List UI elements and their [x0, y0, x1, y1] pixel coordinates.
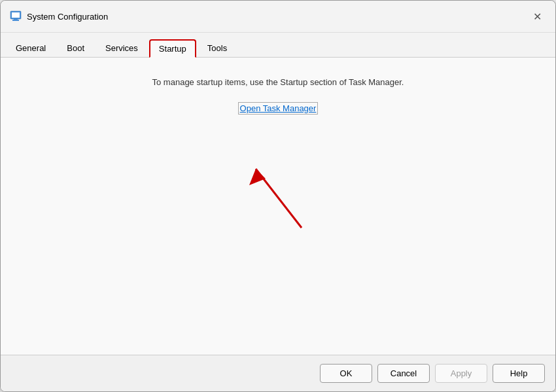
help-button[interactable]: Help — [493, 364, 545, 383]
svg-marker-5 — [249, 169, 266, 185]
link-container: Open Task Manager — [238, 103, 319, 113]
tab-general[interactable]: General — [6, 39, 56, 58]
svg-rect-1 — [12, 12, 20, 18]
open-task-manager-link[interactable]: Open Task Manager — [238, 102, 319, 115]
svg-rect-3 — [14, 19, 18, 20]
apply-button: Apply — [435, 364, 487, 383]
title-bar-left: System Configuration — [10, 10, 108, 22]
system-configuration-window: System Configuration ✕ General Boot Serv… — [0, 0, 556, 392]
content-area: To manage startup items, use the Startup… — [1, 58, 555, 355]
title-bar: System Configuration ✕ — [1, 1, 555, 33]
window-title: System Configuration — [27, 12, 108, 22]
cancel-button[interactable]: Cancel — [377, 364, 430, 383]
info-text: To manage startup items, use the Startup… — [152, 77, 404, 87]
tab-boot[interactable]: Boot — [57, 39, 94, 58]
bottom-bar: OK Cancel Apply Help — [1, 355, 555, 391]
svg-line-4 — [256, 169, 302, 228]
annotation-arrow — [217, 130, 347, 260]
tab-tools[interactable]: Tools — [198, 39, 237, 58]
tab-startup[interactable]: Startup — [149, 39, 196, 58]
tab-bar: General Boot Services Startup Tools — [1, 33, 555, 58]
ok-button[interactable]: OK — [320, 364, 372, 383]
system-config-icon — [10, 10, 22, 22]
svg-rect-2 — [12, 20, 19, 21]
tab-services[interactable]: Services — [96, 39, 148, 58]
close-button[interactable]: ✕ — [528, 7, 546, 26]
